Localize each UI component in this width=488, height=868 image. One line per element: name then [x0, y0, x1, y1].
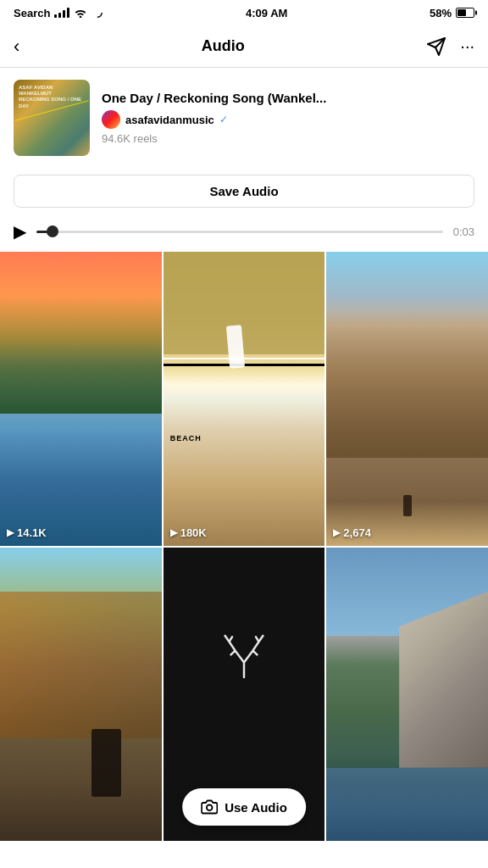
carrier-text: Search: [14, 7, 50, 19]
reel-overlay: ▶ 2,674: [333, 526, 371, 539]
nav-bar: ‹ Audio ···: [0, 25, 488, 68]
artist-name[interactable]: asafavidanmusic: [125, 114, 214, 126]
audio-reels-count: 94.6K reels: [102, 132, 474, 145]
reel-item[interactable]: ▶ 14.1K: [0, 252, 162, 546]
album-art: ASAF AVIDANWANKELMUTRECKONING SONG / ONE…: [14, 80, 90, 156]
nav-actions: ···: [426, 36, 474, 57]
reels-section: ▶ 14.1K BEACH ▶ 180K: [0, 252, 488, 841]
play-button[interactable]: ▶: [14, 221, 26, 242]
battery-fill: [458, 9, 466, 16]
audio-player: ▶ 0:03: [0, 218, 488, 252]
artist-avatar: [102, 110, 120, 129]
deer-antler-icon: [214, 630, 274, 689]
save-button-container: Save Audio: [0, 168, 488, 218]
reel-overlay: ▶ 180K: [170, 526, 207, 539]
verified-badge: ✓: [219, 114, 228, 125]
progress-track: [36, 231, 443, 233]
progress-thumb: [47, 225, 58, 237]
page-title: Audio: [202, 37, 245, 55]
play-count-icon: ▶: [333, 527, 340, 538]
reel-item[interactable]: ▶ 2,674: [326, 252, 488, 546]
reel-item[interactable]: [0, 548, 162, 842]
status-left: Search: [14, 7, 103, 19]
audio-details: One Day / Reckoning Song (Wankel... asaf…: [102, 91, 474, 145]
status-time: 4:09 AM: [246, 7, 287, 19]
camera-icon: [201, 798, 218, 815]
svg-point-3: [207, 805, 213, 811]
send-icon[interactable]: [426, 36, 446, 57]
status-bar: Search 4:09 AM 58%: [0, 0, 488, 25]
reel-item[interactable]: Use Audio: [164, 548, 325, 842]
reel-view-count: 14.1K: [17, 526, 47, 539]
loading-icon: [92, 7, 103, 19]
svg-point-0: [93, 8, 103, 18]
save-audio-button[interactable]: Save Audio: [14, 175, 474, 208]
audio-title: One Day / Reckoning Song (Wankel...: [102, 91, 474, 105]
use-audio-button[interactable]: Use Audio: [182, 788, 306, 826]
use-audio-label: Use Audio: [225, 800, 287, 815]
reel-overlay: ▶ 14.1K: [7, 526, 47, 539]
wifi-icon: [74, 8, 87, 18]
play-count-icon: ▶: [170, 527, 177, 538]
audio-artist-row: asafavidanmusic ✓: [102, 110, 474, 129]
play-count-icon: ▶: [7, 527, 14, 538]
more-options-icon[interactable]: ···: [460, 36, 474, 56]
reel-view-count: 2,674: [343, 526, 371, 539]
battery-icon: [456, 8, 474, 18]
album-art-text: ASAF AVIDANWANKELMUTRECKONING SONG / ONE…: [19, 85, 85, 109]
reel-item[interactable]: BEACH ▶ 180K: [164, 252, 325, 546]
battery-percent: 58%: [430, 7, 452, 19]
audio-info: ASAF AVIDANWANKELMUTRECKONING SONG / ONE…: [0, 68, 488, 168]
time-display: 0:03: [453, 225, 474, 238]
progress-container[interactable]: [36, 223, 443, 240]
reel-item[interactable]: [326, 548, 488, 842]
back-button[interactable]: ‹: [14, 36, 19, 58]
reel-view-count: 180K: [180, 526, 207, 539]
status-right: 58%: [430, 7, 474, 19]
signal-icon: [54, 8, 69, 18]
reels-grid: ▶ 14.1K BEACH ▶ 180K: [0, 252, 488, 841]
